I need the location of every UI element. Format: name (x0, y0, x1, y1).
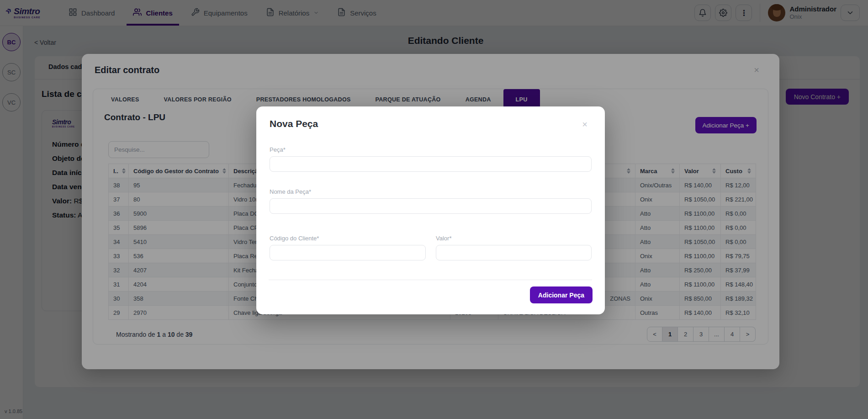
client-code-label: Código do Cliente* (270, 235, 319, 242)
new-piece-title: Nova Peça (270, 118, 318, 129)
new-piece-modal: Nova Peça × Peça* Nome da Peça* Código d… (256, 106, 605, 314)
close-icon[interactable]: × (579, 119, 590, 129)
client-code-input[interactable] (270, 245, 426, 260)
value-input[interactable] (436, 245, 592, 260)
app-canvas: » Simtro BUSINESS CARE DashboardClientes… (0, 0, 868, 419)
piece-name-input[interactable] (270, 198, 592, 214)
value-label: Valor* (436, 235, 451, 242)
piece-label: Peça* (270, 146, 286, 153)
modal-footer-divider (269, 280, 592, 280)
piece-name-label: Nome da Peça* (270, 188, 311, 195)
submit-piece-button[interactable]: Adicionar Peça (530, 286, 593, 303)
piece-input[interactable] (270, 156, 592, 172)
